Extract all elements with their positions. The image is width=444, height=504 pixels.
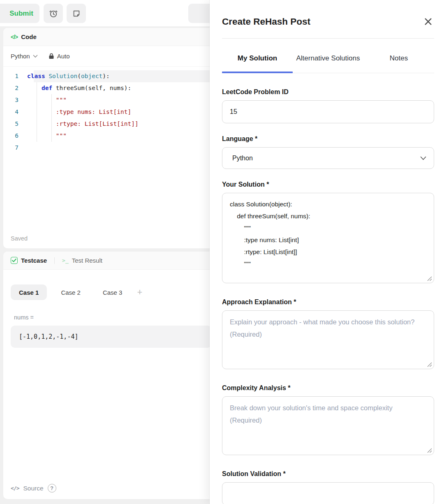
complexity-label: Complexity Analysis * [222,384,434,392]
language-select[interactable]: Python [222,147,434,169]
divider [54,257,55,264]
source-label[interactable]: Source [23,485,43,492]
case-tab-3[interactable]: Case 3 [95,284,131,300]
tab-alternative-solutions[interactable]: Alternative Solutions [293,47,363,73]
code-icon: </> [11,34,18,40]
source-bar: </> Source ? [11,484,56,492]
testcase-panel-header: Testcase >_ Test Result [3,252,219,270]
code-panel-title: Code [21,33,37,40]
line-number: 6 [3,130,27,142]
approach-label: Approach Explanation * [222,298,434,306]
code-line[interactable]: 6 """ [3,130,219,142]
case-tab-2[interactable]: Case 2 [53,284,89,300]
notes-button[interactable] [67,4,86,23]
language-label: Language * [222,135,434,143]
chevron-down-icon [420,156,426,160]
tab-notes[interactable]: Notes [363,47,434,73]
line-number: 5 [3,118,27,130]
code-line[interactable]: 1class Solution(object): [3,70,219,82]
validation-input[interactable] [222,482,434,504]
code-editor[interactable]: 1class Solution(object):2 def threeSum(s… [3,67,219,154]
language-select-value: Python [232,155,253,162]
param-value-input[interactable]: [-1,0,1,2,-1,-4] [11,326,211,348]
line-number: 1 [3,70,27,82]
problem-id-input[interactable] [222,100,434,123]
chevron-down-icon [33,55,38,58]
code-text: def threeSum(self, nums): [27,82,131,94]
add-case-button[interactable]: + [137,287,142,298]
code-line[interactable]: 7 [3,142,219,154]
problem-id-label: LeetCode Problem ID [222,88,434,96]
modal-header: Create ReHash Post [222,0,434,28]
create-rehash-post-modal: Create ReHash Post My SolutionAlternativ… [210,0,444,504]
code-text: :type nums: List[int] [27,106,131,118]
help-icon[interactable]: ? [48,484,56,492]
approach-textarea[interactable] [222,310,434,369]
sticky-note-icon [72,9,81,18]
close-button[interactable] [422,16,434,28]
alarm-clock-icon [49,9,58,18]
your-solution-textarea[interactable]: class Solution(object): def threeSum(sel… [222,193,434,283]
code-line[interactable]: 4 :type nums: List[int] [3,106,219,118]
divider [222,38,434,39]
code-text: class Solution(object): [27,70,110,82]
tab-my-solution[interactable]: My Solution [222,47,293,73]
case-tab-row: Case 1Case 2Case 3+ [3,270,219,300]
auto-mode-toggle[interactable]: Auto [49,53,70,60]
terminal-icon: >_ [62,257,69,264]
timer-button[interactable] [44,4,63,23]
code-panel-header: </> Code [3,28,219,46]
modal-tab-bar: My SolutionAlternative SolutionsNotes [222,47,434,73]
save-status: Saved [11,235,28,242]
test-result-label: Test Result [72,257,102,264]
language-dropdown[interactable]: Python [11,53,38,60]
complexity-textarea[interactable] [222,396,434,455]
your-solution-label: Your Solution * [222,181,434,188]
lock-icon [49,53,54,59]
case-tab-1[interactable]: Case 1 [11,284,47,300]
line-number: 2 [3,82,27,94]
language-dropdown-value: Python [11,53,30,60]
line-number: 3 [3,94,27,106]
tab-test-result[interactable]: >_ Test Result [62,257,102,264]
code-line[interactable]: 2 def threeSum(self, nums): [3,82,219,94]
editor-toolbar: Python Auto [3,46,219,67]
line-number: 7 [3,142,27,154]
close-icon [423,16,433,27]
submit-button[interactable]: Submit [0,4,39,23]
code-line[interactable]: 5 :rtype: List[List[int]] [3,118,219,130]
tab-testcase[interactable]: Testcase [21,257,47,264]
code-text: """ [27,130,67,142]
code-line[interactable]: 3 """ [3,94,219,106]
code-text: """ [27,94,67,106]
checkbox-check-icon [11,257,18,264]
modal-title: Create ReHash Post [222,16,310,27]
code-text: :rtype: List[List[int]] [27,118,139,130]
validation-label: Solution Validation * [222,470,434,478]
code-panel: </> Code Python Auto 1class Solution(obj… [3,28,219,248]
workspace: Submit </> Code [0,0,222,504]
auto-label: Auto [57,53,70,60]
line-number: 4 [3,106,27,118]
param-label: nums = [3,300,219,321]
top-toolbar: Submit [0,0,222,26]
testcase-panel: Testcase >_ Test Result Case 1Case 2Case… [3,252,219,499]
source-code-icon: </> [11,485,19,491]
